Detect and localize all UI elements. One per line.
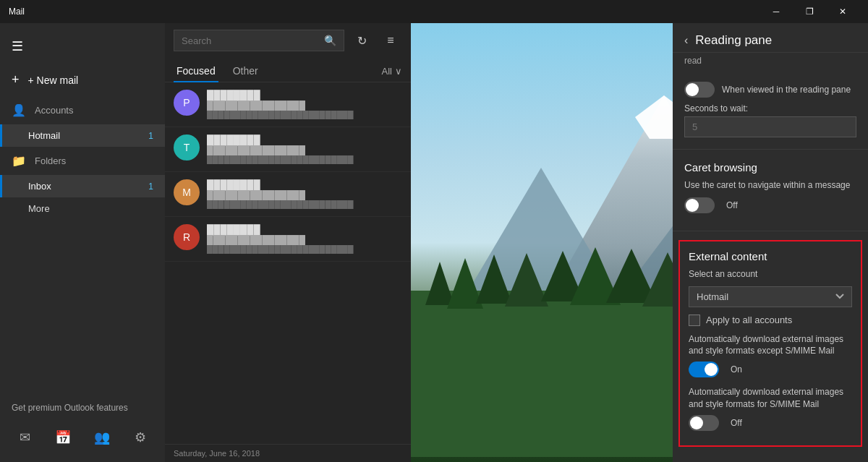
email-content: ████████ ████████████████ ██████████████… <box>207 134 402 164</box>
auto-download-smime-desc: Automatically download external images a… <box>689 386 852 411</box>
auto-download-smime-toggle[interactable] <box>689 415 719 431</box>
list-item[interactable]: P ████████ ████████████████ ████████████… <box>165 82 411 127</box>
avatar: T <box>174 134 200 161</box>
folders-icon: 📁 <box>12 154 26 168</box>
people-icon[interactable]: 👥 <box>89 424 115 450</box>
email-tabs: Focused Other All ∨ <box>165 58 411 82</box>
apply-all-row: Apply to all accounts <box>689 315 852 326</box>
auto-download-desc: Automatically download external images a… <box>689 333 852 358</box>
main-content <box>411 23 673 462</box>
auto-download-smime-toggle-label: Off <box>731 418 742 428</box>
back-button[interactable]: ‹ <box>684 34 688 47</box>
auto-download-toggle-label: On <box>731 364 742 375</box>
external-content-section: External content Select an account Hotma… <box>678 240 862 447</box>
folders-label: Folders <box>35 155 66 166</box>
tab-group: Focused Other <box>174 61 261 82</box>
reading-pane: ‹ Reading pane read When viewed in the r… <box>673 23 868 462</box>
folders-section[interactable]: 📁 Folders <box>0 147 165 175</box>
seconds-to-wait-label: Seconds to wait: <box>684 103 856 137</box>
sidebar-item-more[interactable]: More <box>0 197 165 220</box>
accounts-icon: 👤 <box>12 103 26 117</box>
list-item[interactable]: M ████████ ████████████████ ████████████… <box>165 172 411 217</box>
email-subject: ████████████████ <box>207 145 402 155</box>
email-sender: ████████ <box>207 179 402 190</box>
sidebar-top: ☰ + + New mail 👤 Accounts Hotmail 1 📁 Fo… <box>0 23 165 226</box>
all-label: All <box>382 66 392 77</box>
email-preview: ██████████████████████████ <box>207 155 402 164</box>
toggle-knob <box>690 416 703 429</box>
search-bar[interactable]: 🔍 <box>174 30 344 51</box>
rp-divider-2 <box>673 231 868 231</box>
email-subject: ████████████████ <box>207 190 402 200</box>
account-select[interactable]: Hotmail <box>689 286 852 307</box>
new-mail-plus-icon: + <box>12 72 20 87</box>
email-subject: ████████████████ <box>207 100 402 111</box>
caret-toggle[interactable] <box>684 197 715 213</box>
date-label: Saturday, June 16, 2018 <box>174 449 260 458</box>
hotmail-badge: 1 <box>148 131 153 141</box>
email-sender: ████████ <box>207 224 402 235</box>
settings-icon[interactable]: ⚙ <box>127 424 153 450</box>
select-account-label: Select an account <box>689 268 852 281</box>
app-body: ☰ + + New mail 👤 Accounts Hotmail 1 📁 Fo… <box>0 23 868 462</box>
app-title: Mail <box>9 7 25 17</box>
get-premium-link[interactable]: Get premium Outlook features <box>12 397 153 419</box>
email-panel-icons: ↻ ≡ <box>350 29 402 52</box>
rp-header: ‹ Reading pane <box>673 23 868 53</box>
mountain-illustration <box>411 23 673 462</box>
rp-when-viewed-row: When viewed in the reading pane <box>684 82 856 98</box>
sync-icon[interactable]: ↻ <box>350 29 373 52</box>
title-bar: Mail ─ ❐ ✕ <box>0 0 868 23</box>
email-list: P ████████ ████████████████ ████████████… <box>165 82 411 444</box>
seconds-input[interactable] <box>684 116 856 137</box>
tab-other[interactable]: Other <box>230 61 261 82</box>
toggle-knob <box>686 83 699 96</box>
auto-download-smime-toggle-row: Off <box>689 415 852 431</box>
filter-icon[interactable]: ≡ <box>379 29 402 52</box>
avatar: M <box>174 179 200 205</box>
email-panel: 🔍 ↻ ≡ Focused Other All ∨ <box>165 23 411 462</box>
auto-download-toggle-row: On <box>689 362 852 377</box>
mail-icon[interactable]: ✉ <box>12 424 38 450</box>
email-content: ████████ ████████████████ ██████████████… <box>207 90 402 119</box>
rp-when-viewed-section: When viewed in the reading pane Seconds … <box>673 73 868 146</box>
maximize-button[interactable]: ❐ <box>793 0 826 23</box>
email-content: ████████ ████████████████ ██████████████… <box>207 224 402 254</box>
hamburger-icon: ☰ <box>12 38 23 54</box>
email-panel-bottom: Saturday, June 16, 2018 <box>165 444 411 462</box>
tab-focused[interactable]: Focused <box>174 61 218 82</box>
tab-all-button[interactable]: All ∨ <box>382 66 402 77</box>
sidebar-item-inbox[interactable]: Inbox 1 <box>0 175 165 197</box>
email-preview: ██████████████████████████ <box>207 111 402 119</box>
hotmail-label: Hotmail <box>28 130 60 141</box>
when-viewed-label: When viewed in the reading pane <box>722 84 851 96</box>
search-input[interactable] <box>182 35 318 46</box>
close-button[interactable]: ✕ <box>826 0 859 23</box>
calendar-icon[interactable]: 📅 <box>50 424 76 450</box>
external-content-title: External content <box>689 250 852 262</box>
new-mail-button[interactable]: + + New mail <box>0 64 165 96</box>
list-item[interactable]: R ████████ ████████████████ ████████████… <box>165 217 411 262</box>
inbox-badge: 1 <box>148 181 153 192</box>
auto-download-toggle[interactable] <box>689 362 719 377</box>
svg-rect-5 <box>411 291 673 457</box>
when-viewed-toggle[interactable] <box>684 82 715 98</box>
chevron-down-icon: ∨ <box>395 66 402 77</box>
apply-all-checkbox[interactable] <box>689 315 700 326</box>
list-item[interactable]: T ████████ ████████████████ ████████████… <box>165 127 411 172</box>
accounts-section[interactable]: 👤 Accounts <box>0 96 165 124</box>
search-icon: 🔍 <box>324 35 336 46</box>
hamburger-button[interactable]: ☰ <box>0 29 35 64</box>
rp-divider-1 <box>673 149 868 150</box>
sidebar-item-hotmail[interactable]: Hotmail 1 <box>0 124 165 147</box>
minimize-button[interactable]: ─ <box>760 0 793 23</box>
email-panel-top: 🔍 ↻ ≡ <box>165 23 411 58</box>
sidebar-bottom: Get premium Outlook features ✉ 📅 👥 ⚙ <box>0 391 165 462</box>
apply-all-label: Apply to all accounts <box>706 315 792 325</box>
caret-browsing-title: Caret browsing <box>684 161 856 174</box>
caret-toggle-row: Off <box>684 197 856 213</box>
tab-other-label: Other <box>233 65 258 77</box>
avatar: P <box>174 90 200 116</box>
tab-focused-label: Focused <box>176 65 216 77</box>
email-sender: ████████ <box>207 90 402 100</box>
